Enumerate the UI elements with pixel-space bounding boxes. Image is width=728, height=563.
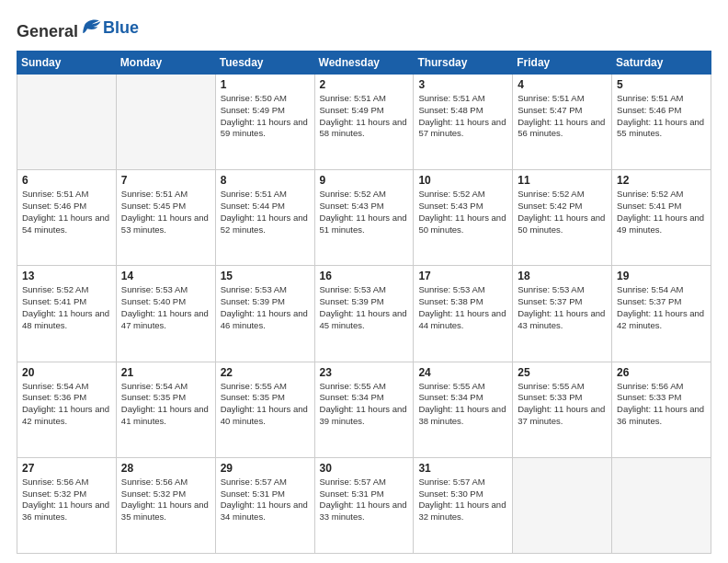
day-number: 7 [121, 174, 210, 187]
day-number: 29 [221, 462, 310, 475]
day-info: Sunrise: 5:51 AM Sunset: 5:49 PM Dayligh… [320, 93, 409, 140]
calendar-cell: 2Sunrise: 5:51 AM Sunset: 5:49 PM Daylig… [314, 75, 414, 170]
day-number: 6 [22, 174, 111, 187]
day-info: Sunrise: 5:57 AM Sunset: 5:31 PM Dayligh… [320, 477, 409, 523]
day-info: Sunrise: 5:55 AM Sunset: 5:33 PM Dayligh… [518, 381, 607, 428]
day-number: 4 [518, 78, 607, 91]
calendar-cell: 4Sunrise: 5:51 AM Sunset: 5:47 PM Daylig… [513, 75, 612, 170]
day-number: 27 [22, 462, 111, 475]
day-info: Sunrise: 5:51 AM Sunset: 5:48 PM Dayligh… [418, 93, 507, 140]
calendar-cell: 9Sunrise: 5:52 AM Sunset: 5:43 PM Daylig… [314, 170, 414, 266]
calendar-cell [116, 75, 215, 170]
day-info: Sunrise: 5:53 AM Sunset: 5:39 PM Dayligh… [320, 284, 409, 331]
calendar-cell: 24Sunrise: 5:55 AM Sunset: 5:34 PM Dayli… [414, 362, 513, 457]
day-number: 20 [22, 366, 111, 379]
calendar-cell: 20Sunrise: 5:54 AM Sunset: 5:36 PM Dayli… [17, 362, 117, 457]
day-info: Sunrise: 5:53 AM Sunset: 5:39 PM Dayligh… [221, 284, 310, 331]
day-info: Sunrise: 5:52 AM Sunset: 5:41 PM Dayligh… [617, 189, 706, 236]
day-number: 8 [221, 174, 310, 187]
calendar-cell: 30Sunrise: 5:57 AM Sunset: 5:31 PM Dayli… [314, 457, 414, 553]
calendar-cell: 21Sunrise: 5:54 AM Sunset: 5:35 PM Dayli… [116, 362, 215, 457]
day-number: 1 [221, 78, 310, 91]
day-info: Sunrise: 5:57 AM Sunset: 5:30 PM Dayligh… [418, 477, 507, 523]
day-number: 30 [320, 462, 409, 475]
day-info: Sunrise: 5:57 AM Sunset: 5:31 PM Dayligh… [221, 477, 310, 523]
day-number: 31 [418, 462, 507, 475]
calendar-cell: 23Sunrise: 5:55 AM Sunset: 5:34 PM Dayli… [314, 362, 414, 457]
day-number: 23 [320, 366, 409, 379]
logo-blue-text: Blue [103, 18, 139, 38]
calendar-cell: 14Sunrise: 5:53 AM Sunset: 5:40 PM Dayli… [116, 266, 215, 362]
day-number: 22 [221, 366, 310, 379]
calendar-cell: 12Sunrise: 5:52 AM Sunset: 5:41 PM Dayli… [612, 170, 711, 266]
weekday-header: Tuesday [215, 52, 314, 75]
day-info: Sunrise: 5:51 AM Sunset: 5:46 PM Dayligh… [617, 93, 706, 140]
weekday-header: Friday [513, 52, 612, 75]
day-number: 18 [518, 270, 607, 282]
calendar-cell: 1Sunrise: 5:50 AM Sunset: 5:49 PM Daylig… [215, 75, 314, 170]
calendar-cell: 15Sunrise: 5:53 AM Sunset: 5:39 PM Dayli… [215, 266, 314, 362]
weekday-header: Wednesday [314, 52, 414, 75]
day-number: 21 [121, 366, 210, 379]
day-info: Sunrise: 5:55 AM Sunset: 5:34 PM Dayligh… [320, 381, 409, 428]
day-number: 5 [617, 78, 706, 91]
calendar-cell: 25Sunrise: 5:55 AM Sunset: 5:33 PM Dayli… [513, 362, 612, 457]
header: General Blue [17, 15, 711, 41]
day-info: Sunrise: 5:52 AM Sunset: 5:43 PM Dayligh… [320, 189, 409, 236]
day-info: Sunrise: 5:54 AM Sunset: 5:35 PM Dayligh… [121, 381, 210, 428]
weekday-header: Monday [116, 52, 215, 75]
logo-bird-icon [80, 15, 102, 37]
calendar-cell: 16Sunrise: 5:53 AM Sunset: 5:39 PM Dayli… [314, 266, 414, 362]
calendar-cell: 18Sunrise: 5:53 AM Sunset: 5:37 PM Dayli… [513, 266, 612, 362]
calendar-cell [17, 75, 117, 170]
day-number: 19 [617, 270, 706, 282]
day-info: Sunrise: 5:50 AM Sunset: 5:49 PM Dayligh… [221, 93, 310, 140]
day-number: 11 [518, 174, 607, 187]
day-number: 17 [418, 270, 507, 282]
day-info: Sunrise: 5:56 AM Sunset: 5:33 PM Dayligh… [617, 381, 706, 428]
day-number: 16 [320, 270, 409, 282]
day-number: 9 [320, 174, 409, 187]
day-number: 3 [418, 78, 507, 91]
day-info: Sunrise: 5:56 AM Sunset: 5:32 PM Dayligh… [121, 477, 210, 523]
calendar-cell: 28Sunrise: 5:56 AM Sunset: 5:32 PM Dayli… [116, 457, 215, 553]
calendar-week-row: 27Sunrise: 5:56 AM Sunset: 5:32 PM Dayli… [17, 457, 711, 553]
calendar-cell [513, 457, 612, 553]
calendar-cell: 29Sunrise: 5:57 AM Sunset: 5:31 PM Dayli… [215, 457, 314, 553]
day-info: Sunrise: 5:53 AM Sunset: 5:37 PM Dayligh… [518, 284, 607, 331]
calendar-cell: 26Sunrise: 5:56 AM Sunset: 5:33 PM Dayli… [612, 362, 711, 457]
calendar-cell: 13Sunrise: 5:52 AM Sunset: 5:41 PM Dayli… [17, 266, 117, 362]
calendar-table: SundayMondayTuesdayWednesdayThursdayFrid… [17, 51, 711, 554]
day-info: Sunrise: 5:51 AM Sunset: 5:44 PM Dayligh… [221, 189, 310, 236]
calendar-week-row: 6Sunrise: 5:51 AM Sunset: 5:46 PM Daylig… [17, 170, 711, 266]
day-number: 13 [22, 270, 111, 282]
calendar-cell: 7Sunrise: 5:51 AM Sunset: 5:45 PM Daylig… [116, 170, 215, 266]
day-info: Sunrise: 5:53 AM Sunset: 5:38 PM Dayligh… [418, 284, 507, 331]
logo: General Blue [17, 15, 139, 41]
day-info: Sunrise: 5:55 AM Sunset: 5:35 PM Dayligh… [221, 381, 310, 428]
day-number: 26 [617, 366, 706, 379]
day-number: 12 [617, 174, 706, 187]
calendar-cell [612, 457, 711, 553]
page: General Blue SundayMondayTuesdayWednesda… [0, 0, 728, 563]
day-number: 10 [418, 174, 507, 187]
day-info: Sunrise: 5:53 AM Sunset: 5:40 PM Dayligh… [121, 284, 210, 331]
calendar-cell: 10Sunrise: 5:52 AM Sunset: 5:43 PM Dayli… [414, 170, 513, 266]
calendar-cell: 11Sunrise: 5:52 AM Sunset: 5:42 PM Dayli… [513, 170, 612, 266]
calendar-week-row: 20Sunrise: 5:54 AM Sunset: 5:36 PM Dayli… [17, 362, 711, 457]
calendar-week-row: 13Sunrise: 5:52 AM Sunset: 5:41 PM Dayli… [17, 266, 711, 362]
day-info: Sunrise: 5:52 AM Sunset: 5:42 PM Dayligh… [518, 189, 607, 236]
day-info: Sunrise: 5:56 AM Sunset: 5:32 PM Dayligh… [22, 477, 111, 523]
day-number: 24 [418, 366, 507, 379]
day-number: 28 [121, 462, 210, 475]
day-number: 14 [121, 270, 210, 282]
calendar-cell: 3Sunrise: 5:51 AM Sunset: 5:48 PM Daylig… [414, 75, 513, 170]
calendar-cell: 31Sunrise: 5:57 AM Sunset: 5:30 PM Dayli… [414, 457, 513, 553]
day-info: Sunrise: 5:54 AM Sunset: 5:36 PM Dayligh… [22, 381, 111, 428]
calendar-header-row: SundayMondayTuesdayWednesdayThursdayFrid… [17, 52, 711, 75]
day-info: Sunrise: 5:52 AM Sunset: 5:41 PM Dayligh… [22, 284, 111, 331]
weekday-header: Saturday [612, 52, 711, 75]
calendar-cell: 8Sunrise: 5:51 AM Sunset: 5:44 PM Daylig… [215, 170, 314, 266]
day-number: 25 [518, 366, 607, 379]
day-info: Sunrise: 5:54 AM Sunset: 5:37 PM Dayligh… [617, 284, 706, 331]
